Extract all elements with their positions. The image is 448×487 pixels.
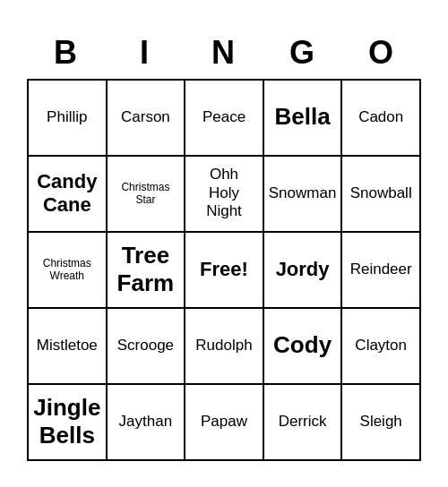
cell-text: Bella [275,103,331,131]
cell-text: TreeFarm [117,242,175,297]
bingo-card: BINGO PhillipCarsonPeaceBellaCadonCandyC… [18,18,430,470]
cell-text: Clayton [355,337,407,355]
bingo-grid: PhillipCarsonPeaceBellaCadonCandyCaneChr… [27,79,421,461]
cell-text: Cody [273,331,332,359]
cell-text: Carson [121,108,170,126]
bingo-cell: Sleigh [342,385,421,461]
cell-text: Peace [202,108,246,126]
cell-text: Derrick [279,413,327,431]
bingo-cell: Reindeer [342,233,421,309]
bingo-cell: JingleBells [29,385,108,461]
bingo-cell: Carson [108,81,186,157]
cell-text: Reindeer [350,261,412,278]
bingo-cell: Snowman [264,157,343,233]
cell-text: JingleBells [33,394,100,449]
bingo-cell: Snowball [342,157,421,233]
cell-text: Mistletoe [37,337,98,355]
cell-text: Free! [200,258,248,281]
bingo-cell: CandyCane [29,157,108,233]
bingo-cell: Phillip [29,81,108,157]
bingo-cell: Clayton [342,309,421,385]
cell-text: ChristmasWreath [43,257,91,283]
cell-text: Snowball [350,184,412,202]
cell-text: CandyCane [37,170,97,218]
bingo-cell: Jordy [264,233,343,309]
bingo-cell: Derrick [264,385,343,461]
bingo-cell: Bella [264,81,343,157]
cell-text: Sleigh [360,413,402,431]
cell-text: OhhHolyNight [206,166,242,220]
cell-text: Papaw [201,413,247,431]
bingo-cell: Mistletoe [29,309,108,385]
cell-text: Phillip [47,108,87,126]
bingo-cell: TreeFarm [108,233,186,309]
bingo-cell: OhhHolyNight [185,157,264,233]
bingo-cell: Rudolph [185,309,264,385]
bingo-cell: ChristmasStar [108,157,186,233]
cell-text: Rudolph [195,337,252,355]
header-letter: G [263,27,342,79]
bingo-cell: Peace [185,81,264,157]
bingo-cell: Free! [185,233,264,309]
cell-text: Jordy [276,258,330,281]
bingo-cell: Scrooge [108,309,186,385]
cell-text: Jaythan [119,413,173,431]
bingo-header: BINGO [27,27,421,79]
header-letter: N [185,27,263,79]
bingo-cell: Cody [264,309,343,385]
header-letter: B [27,27,106,79]
bingo-cell: Cadon [342,81,421,157]
header-letter: O [342,27,421,79]
header-letter: I [106,27,185,79]
cell-text: Cadon [358,108,403,126]
bingo-cell: ChristmasWreath [29,233,108,309]
cell-text: Snowman [269,184,337,202]
bingo-cell: Papaw [185,385,264,461]
cell-text: ChristmasStar [121,181,169,207]
cell-text: Scrooge [117,337,174,355]
bingo-cell: Jaythan [108,385,186,461]
